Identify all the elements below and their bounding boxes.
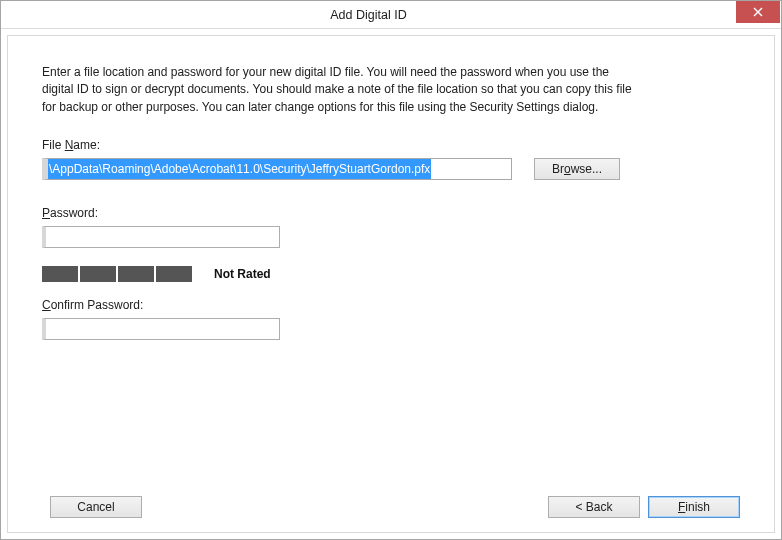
confirm-password-label: Confirm Password: xyxy=(42,298,740,312)
password-strength-label: Not Rated xyxy=(214,267,271,281)
window-title: Add Digital ID xyxy=(1,8,736,22)
close-button[interactable] xyxy=(736,1,780,23)
finish-button[interactable]: Finish xyxy=(648,496,740,518)
filename-value: \AppData\Roaming\Adobe\Acrobat\11.0\Secu… xyxy=(48,159,431,179)
strength-seg xyxy=(42,266,78,282)
strength-seg xyxy=(156,266,192,282)
password-strength-meter xyxy=(42,266,192,282)
password-input[interactable] xyxy=(42,226,280,248)
cancel-button[interactable]: Cancel xyxy=(50,496,142,518)
filename-label: File Name: xyxy=(42,138,740,152)
password-strength-row: Not Rated xyxy=(42,266,740,282)
strength-seg xyxy=(118,266,154,282)
instructions-text: Enter a file location and password for y… xyxy=(42,64,642,116)
password-label: Password: xyxy=(42,206,740,220)
browse-button[interactable]: Browse... xyxy=(534,158,620,180)
filename-input[interactable]: \AppData\Roaming\Adobe\Acrobat\11.0\Secu… xyxy=(42,158,512,180)
confirm-password-input[interactable] xyxy=(42,318,280,340)
titlebar: Add Digital ID xyxy=(1,1,781,29)
close-icon xyxy=(753,7,763,17)
strength-seg xyxy=(80,266,116,282)
dialog-footer: Cancel < Back Finish xyxy=(42,486,740,518)
filename-row: \AppData\Roaming\Adobe\Acrobat\11.0\Secu… xyxy=(42,158,740,180)
add-digital-id-window: Add Digital ID Enter a file location and… xyxy=(0,0,782,540)
back-button[interactable]: < Back xyxy=(548,496,640,518)
dialog-body: Enter a file location and password for y… xyxy=(7,35,775,533)
